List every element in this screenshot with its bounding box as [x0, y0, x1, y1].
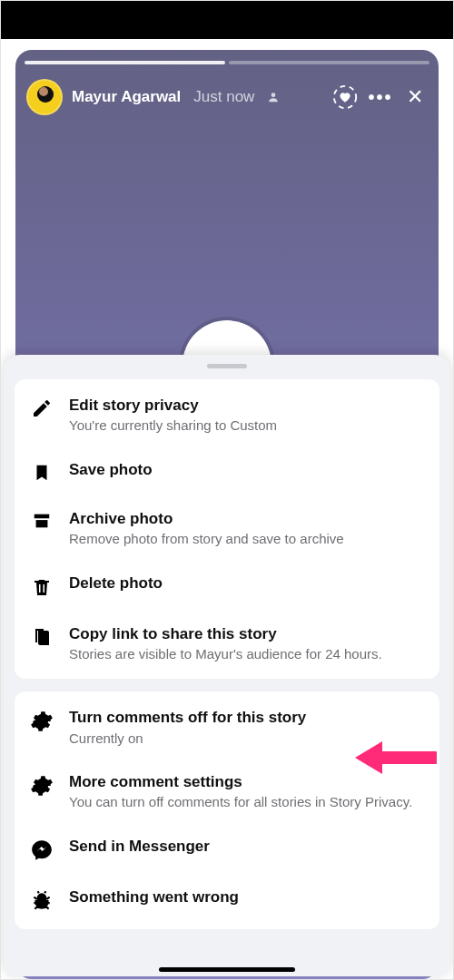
more-comment-settings-row[interactable]: More comment settings You can turn off c…: [15, 760, 439, 824]
bookmark-icon: [29, 460, 54, 484]
story-header: Mayur Agarwal Just now ••• ✕: [15, 77, 439, 117]
row-subtitle: Currently on: [69, 730, 425, 748]
audience-icon: [267, 91, 280, 103]
svg-rect-2: [35, 514, 50, 518]
gear-icon: [29, 772, 54, 798]
svg-point-0: [271, 93, 276, 97]
svg-rect-4: [39, 584, 41, 593]
progress-segment: [229, 61, 429, 64]
more-options-button[interactable]: •••: [368, 84, 393, 110]
story-time-ago: Just now: [193, 88, 254, 106]
row-title: More comment settings: [69, 772, 425, 791]
delete-photo-row[interactable]: Delete photo: [15, 561, 439, 612]
user-avatar[interactable]: [26, 79, 63, 115]
pencil-icon: [29, 396, 54, 419]
row-title: Save photo: [69, 460, 425, 479]
turn-comments-off-row[interactable]: Turn comments off for this story Current…: [15, 695, 439, 760]
user-name-label[interactable]: Mayur Agarwal: [72, 88, 181, 106]
row-subtitle: Remove photo from story and save to arch…: [69, 530, 425, 548]
row-subtitle: You're currently sharing to Custom: [69, 416, 425, 435]
device-notch: [1, 1, 453, 39]
copy-icon: [29, 624, 54, 650]
send-messenger-row[interactable]: Send in Messenger: [15, 824, 439, 875]
action-sheet: Edit story privacy You're currently shar…: [4, 355, 450, 976]
archive-photo-row[interactable]: Archive photo Remove photo from story an…: [15, 496, 439, 561]
trash-icon: [29, 573, 54, 599]
row-title: Turn comments off for this story: [69, 708, 425, 727]
bug-icon: [29, 887, 54, 913]
ellipsis-icon: •••: [368, 87, 392, 108]
gear-icon: [29, 708, 54, 733]
svg-rect-5: [44, 584, 45, 593]
save-photo-row[interactable]: Save photo: [15, 447, 439, 496]
svg-rect-3: [36, 520, 48, 527]
row-title: Something went wrong: [69, 887, 425, 906]
report-problem-row[interactable]: Something went wrong: [15, 875, 439, 926]
row-title: Delete photo: [69, 573, 425, 593]
row-title: Edit story privacy: [69, 396, 425, 415]
reactions-button[interactable]: [331, 83, 359, 111]
home-indicator[interactable]: [159, 967, 295, 972]
edit-privacy-row[interactable]: Edit story privacy You're currently shar…: [15, 383, 439, 447]
close-icon: ✕: [407, 85, 423, 109]
archive-icon: [29, 509, 54, 531]
row-title: Archive photo: [69, 509, 425, 528]
sheet-handle[interactable]: [207, 364, 247, 368]
story-progress-bar: [25, 61, 429, 64]
close-story-button[interactable]: ✕: [402, 84, 428, 110]
row-subtitle: You can turn off comments for all storie…: [69, 793, 425, 811]
action-group-2: Turn comments off for this story Current…: [15, 691, 439, 929]
copy-link-row[interactable]: Copy link to share this story Stories ar…: [15, 612, 439, 676]
row-title: Send in Messenger: [69, 837, 425, 856]
progress-segment: [25, 61, 225, 64]
action-group-1: Edit story privacy You're currently shar…: [15, 379, 439, 679]
row-subtitle: Stories are visible to Mayur's audience …: [69, 645, 425, 663]
app-frame: Mayur Agarwal Just now ••• ✕: [0, 0, 454, 980]
messenger-icon: [29, 837, 54, 862]
row-title: Copy link to share this story: [69, 624, 425, 643]
